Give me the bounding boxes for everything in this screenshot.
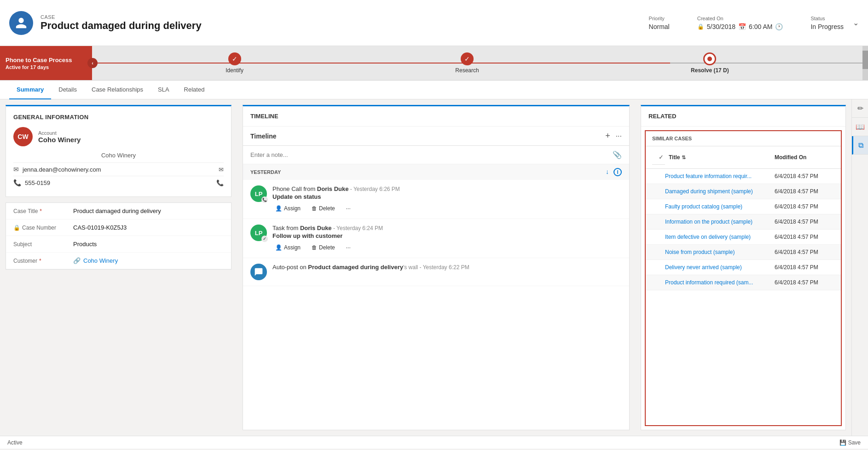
timeline-actions-2: 👤 Assign 🗑 Delete ··· <box>272 243 622 252</box>
similar-case-row: Product feature information requir... 6/… <box>646 169 841 184</box>
subject-row: Subject Products <box>6 236 231 253</box>
case-title-4[interactable]: Item defective on delivery (sample) <box>665 234 771 240</box>
similar-case-row: Information on the product (sample) 6/4/… <box>646 214 841 230</box>
subject-value[interactable]: Products <box>73 241 97 248</box>
identify-label: Identify <box>226 67 243 74</box>
customer-label: Customer * <box>13 258 73 264</box>
subject-label: Subject <box>13 241 73 248</box>
timeline-card: TIMELINE Timeline + ··· 📎 YESTERDAY ↓ i <box>243 105 630 430</box>
email-action-icon[interactable]: ✉ <box>219 166 224 173</box>
customer-value[interactable]: 🔗 Coho Winery <box>73 257 118 264</box>
timeline-item-2: LP ✓ Task from Doris Duke - Yesterday 6:… <box>243 219 629 258</box>
case-title-label: Case Title * <box>13 208 73 214</box>
similar-case-row: Product information required (sam... 6/4… <box>646 275 841 290</box>
task-badge-2: ✓ <box>261 236 268 242</box>
process-step-research[interactable]: ✓ Research <box>455 52 479 74</box>
research-label: Research <box>455 67 479 74</box>
account-row: CW Account Coho Winery <box>13 127 224 146</box>
resolve-circle <box>703 52 716 65</box>
phone-icon: 📞 <box>13 179 21 186</box>
header-dropdown[interactable]: ⌄ <box>853 18 859 27</box>
col-title[interactable]: Title ⇅ <box>669 154 771 161</box>
timeline-avatar-2: LP ✓ <box>250 225 267 241</box>
process-bar: Phone to Case Process Active for 17 days… <box>0 46 868 81</box>
delete-button-2[interactable]: 🗑 Delete <box>309 243 338 252</box>
process-step-identify[interactable]: ✓ Identify <box>226 52 243 74</box>
timeline-input-row: 📎 <box>243 146 629 164</box>
calendar-icon[interactable]: 📅 <box>738 23 746 30</box>
status-bar: Active 💾 Save <box>0 436 868 449</box>
timeline-item-body-2: Follow up with customer <box>272 232 622 239</box>
form-section: Case Title * Product damaged during deli… <box>6 202 231 270</box>
account-label: Account <box>38 130 81 136</box>
timeline-note-input[interactable] <box>250 151 613 158</box>
timeline-header: TIMELINE <box>243 106 629 127</box>
timeline-item-title-1: Phone Call from Doris Duke - Yesterday 6… <box>272 185 622 192</box>
account-avatar: CW <box>13 127 33 146</box>
header: CASE Product damaged during delivery Pri… <box>0 0 868 46</box>
process-collapse-button[interactable]: ‹ <box>87 58 98 68</box>
delete-button-1[interactable]: 🗑 Delete <box>309 204 338 213</box>
phone-action-icon[interactable]: 📞 <box>216 179 224 186</box>
case-title-5[interactable]: Noise from product (sample) <box>665 249 771 255</box>
process-step-resolve[interactable]: Resolve (17 D) <box>691 52 729 74</box>
timeline-item-3: Auto-post on Product damaged during deli… <box>243 258 629 286</box>
timeline-date-actions: ↓ i <box>606 168 622 176</box>
more-button-2[interactable]: ··· <box>343 243 353 252</box>
timeline-subtitle: Timeline <box>250 133 277 140</box>
case-title-1[interactable]: Damaged during shipment (sample) <box>665 188 771 195</box>
assign-button-1[interactable]: 👤 Assign <box>272 204 303 213</box>
right-panel: RELATED SIMILAR CASES ✓ Title ⇅ Modified… <box>635 99 851 436</box>
case-title-6[interactable]: Delivery never arrived (sample) <box>665 264 771 271</box>
research-circle: ✓ <box>461 52 474 65</box>
case-title-7[interactable]: Product information required (sam... <box>665 279 771 286</box>
account-detail-name: Coho Winery <box>13 152 224 159</box>
phone-row: 📞 555-0159 📞 <box>13 176 224 189</box>
edit-side-icon[interactable]: ✏ <box>852 99 868 118</box>
lock-small-icon: 🔒 <box>697 23 704 30</box>
copy-side-icon[interactable]: ⧉ <box>852 136 868 155</box>
timeline-actions-1: 👤 Assign 🗑 Delete ··· <box>272 204 622 213</box>
timeline-sort-icon[interactable]: ↓ <box>606 168 609 176</box>
tab-case-relationships[interactable]: Case Relationships <box>84 81 150 99</box>
priority-field: Priority Normal <box>649 16 670 30</box>
related-card: RELATED SIMILAR CASES ✓ Title ⇅ Modified… <box>641 105 846 430</box>
case-title-0[interactable]: Product feature information requir... <box>665 173 771 179</box>
timeline-item-title-3: Auto-post on Product damaged during deli… <box>272 264 622 271</box>
case-avatar <box>9 11 33 35</box>
clock-icon[interactable]: 🕐 <box>775 23 783 30</box>
case-title-value[interactable]: Product damaged during delivery <box>73 208 161 214</box>
case-title-2[interactable]: Faulty product catalog (sample) <box>665 203 771 210</box>
more-button-1[interactable]: ··· <box>343 204 353 213</box>
timeline-item: LP 📞 Phone Call from Doris Duke - Yester… <box>243 180 629 219</box>
email-actions: ✉ <box>219 166 224 173</box>
header-info: CASE Product damaged during delivery <box>41 14 649 32</box>
middle-panel: TIMELINE Timeline + ··· 📎 YESTERDAY ↓ i <box>237 99 635 436</box>
customer-link-icon: 🔗 <box>73 257 81 264</box>
similar-cases-header: SIMILAR CASES <box>646 131 841 146</box>
process-scrollbar[interactable] <box>862 46 868 80</box>
book-side-icon[interactable]: 📖 <box>852 118 868 136</box>
save-button[interactable]: 💾 Save <box>839 439 861 446</box>
email-row: ✉ jenna.dean@cohowinery.com ✉ <box>13 162 224 176</box>
sort-icon: ⇅ <box>682 155 686 161</box>
case-title-3[interactable]: Information on the product (sample) <box>665 219 771 225</box>
tab-related[interactable]: Related <box>177 81 212 99</box>
header-fields: Priority Normal Created On 🔒 5/30/2018 📅… <box>649 16 844 30</box>
col-date: Modified On <box>775 154 834 161</box>
delete-icon-2: 🗑 <box>312 244 317 251</box>
created-on-value: 🔒 5/30/2018 📅 6:00 AM 🕐 <box>697 23 783 30</box>
attachment-icon[interactable]: 📎 <box>613 150 622 159</box>
timeline-more-icon[interactable]: ··· <box>616 132 622 140</box>
assign-button-2[interactable]: 👤 Assign <box>272 243 303 252</box>
tab-bar: Summary Details Case Relationships SLA R… <box>0 81 868 99</box>
timeline-add-icon[interactable]: + <box>605 131 610 141</box>
priority-value: Normal <box>649 23 670 30</box>
timeline-info-icon[interactable]: i <box>613 168 622 176</box>
process-title: Phone to Case Process <box>6 57 87 63</box>
similar-cases-table-header: ✓ Title ⇅ Modified On <box>646 146 841 169</box>
tab-sla[interactable]: SLA <box>150 81 177 99</box>
similar-case-row: Delivery never arrived (sample) 6/4/2018… <box>646 260 841 275</box>
tab-summary[interactable]: Summary <box>9 81 51 99</box>
tab-details[interactable]: Details <box>51 81 84 99</box>
